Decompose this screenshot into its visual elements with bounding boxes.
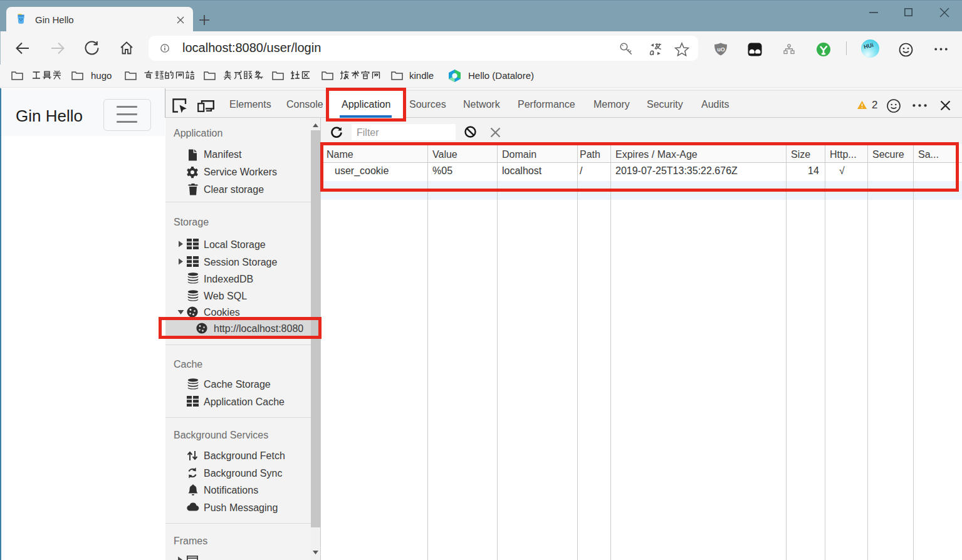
svg-text:uO: uO bbox=[717, 46, 725, 53]
